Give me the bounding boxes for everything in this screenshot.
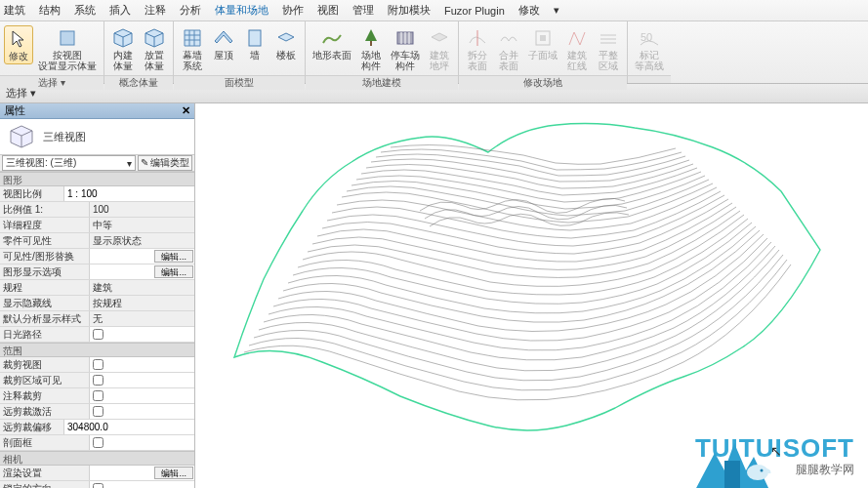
- checkbox[interactable]: [93, 406, 103, 417]
- modify-button[interactable]: 修改: [4, 25, 33, 64]
- property-key: 远剪裁激活: [0, 404, 90, 419]
- floor-button[interactable]: 楼板: [271, 25, 301, 62]
- subregion-button[interactable]: 子面域: [525, 25, 560, 62]
- merge-surface-button[interactable]: 合并表面: [494, 25, 523, 73]
- ribbon-group-face-model: 幕墙系统 屋顶 墙 楼板 面模型: [174, 21, 306, 83]
- property-value: 建筑: [90, 280, 194, 295]
- property-checkbox-cell[interactable]: [90, 481, 194, 488]
- property-row: 显示隐藏线按规程: [0, 296, 194, 311]
- checkbox[interactable]: [93, 329, 103, 340]
- menu-item-active[interactable]: 体量和场地: [215, 3, 269, 18]
- menu-item[interactable]: 修改: [518, 3, 540, 18]
- menu-item[interactable]: 附加模块: [388, 3, 431, 18]
- property-row: 图形显示选项编辑...: [0, 264, 194, 280]
- edit-button[interactable]: 编辑...: [154, 250, 193, 263]
- ribbon-group-label: 概念体量: [104, 75, 173, 90]
- place-mass-button[interactable]: 放置体量: [140, 25, 169, 73]
- property-line-button[interactable]: 建筑红线: [562, 25, 592, 73]
- floor-icon: [275, 27, 297, 49]
- menu-item[interactable]: 协作: [282, 3, 304, 18]
- building-pad-button[interactable]: 建筑地坪: [425, 25, 454, 73]
- edit-type-button[interactable]: ✎ 编辑类型: [138, 155, 192, 171]
- menu-item[interactable]: 结构: [39, 3, 61, 18]
- redline-icon: [566, 27, 588, 49]
- property-key: 渲染设置: [0, 466, 90, 480]
- inplace-mass-button[interactable]: 内建体量: [108, 25, 138, 73]
- menu-item[interactable]: 插入: [109, 3, 131, 18]
- property-key: 视图比例: [0, 186, 64, 201]
- checkbox[interactable]: [93, 437, 103, 448]
- category-header: 范围: [0, 343, 194, 357]
- property-checkbox-cell[interactable]: [90, 435, 194, 450]
- property-key: 裁剪区域可见: [0, 373, 90, 387]
- parking-button[interactable]: 停车场构件: [388, 25, 423, 73]
- properties-header: 属性 ✕: [0, 103, 194, 119]
- edit-button[interactable]: 编辑...: [154, 265, 193, 278]
- cube-icon: [112, 27, 134, 49]
- ribbon-group-select: 修改 按视图设置显示体量 选择 ▾: [0, 21, 104, 83]
- menu-item[interactable]: 系统: [74, 3, 96, 18]
- toposurface-button[interactable]: 地形表面: [310, 25, 354, 62]
- ribbon: 修改 按视图设置显示体量 选择 ▾ 内建体量 放置体量 概念体量: [0, 21, 868, 84]
- property-checkbox-cell[interactable]: [90, 404, 194, 419]
- menu-item[interactable]: 视图: [317, 3, 339, 18]
- curtain-system-button[interactable]: 幕墙系统: [178, 25, 207, 73]
- menu-item[interactable]: 注释: [145, 3, 166, 18]
- wall-button[interactable]: 墙: [240, 25, 269, 62]
- label-contours-button[interactable]: 50标记等高线: [632, 25, 667, 73]
- roof-button[interactable]: 屋顶: [209, 25, 238, 62]
- option-select-label[interactable]: 选择 ▾: [6, 86, 36, 101]
- property-row: 零件可见性显示原状态: [0, 233, 194, 249]
- type-selector-box[interactable]: 三维视图: [0, 119, 194, 155]
- checkbox[interactable]: [93, 390, 103, 401]
- category-header: 相机: [0, 451, 194, 466]
- property-input[interactable]: [64, 420, 194, 434]
- property-key: 规程: [0, 280, 90, 295]
- property-row: 比例值 1:100: [0, 202, 194, 218]
- checkbox[interactable]: [93, 359, 103, 370]
- svg-rect-0: [61, 31, 74, 45]
- instance-selector[interactable]: 三维视图: (三维) ▾: [2, 155, 136, 171]
- label-icon: 50: [639, 27, 660, 49]
- category-header: 图形: [0, 172, 194, 186]
- close-icon[interactable]: ✕: [182, 104, 190, 117]
- property-row: 裁剪视图: [0, 357, 194, 373]
- property-checkbox-cell[interactable]: [90, 327, 194, 342]
- property-input[interactable]: [64, 186, 194, 201]
- menu-item[interactable]: Fuzor Plugin: [444, 5, 505, 17]
- property-key: 锁定的方向: [0, 481, 90, 488]
- property-checkbox-cell[interactable]: [90, 388, 194, 403]
- mass-display-button[interactable]: 按视图设置显示体量: [35, 25, 100, 73]
- split-surface-button[interactable]: 拆分表面: [463, 25, 492, 73]
- svg-rect-2: [370, 41, 372, 46]
- type-name: 三维视图: [43, 130, 86, 144]
- menu-item[interactable]: 建筑: [4, 3, 25, 18]
- property-value: 中等: [90, 218, 194, 232]
- property-checkbox-cell[interactable]: [90, 357, 194, 372]
- edit-button[interactable]: 编辑...: [154, 467, 193, 479]
- properties-panel: 属性 ✕ 三维视图 三维视图: (三维) ▾ ✎ 编辑类型 图形 视图比例比例值…: [0, 103, 195, 488]
- ribbon-group-modify-site: 拆分表面 合并表面 子面域 建筑红线 平整区域 修改场地: [459, 21, 628, 83]
- property-row: 远剪裁激活: [0, 404, 194, 420]
- site-component-button[interactable]: 场地构件: [356, 25, 386, 73]
- menu-item[interactable]: 分析: [180, 3, 201, 18]
- property-key: 可见性/图形替换: [0, 249, 90, 264]
- grade-icon: [598, 27, 619, 49]
- checkbox[interactable]: [93, 483, 103, 488]
- cursor-icon: ↖: [770, 443, 782, 459]
- menu-item[interactable]: 管理: [352, 3, 374, 18]
- property-row: 详细程度中等: [0, 218, 194, 233]
- workspace: 属性 ✕ 三维视图 三维视图: (三维) ▾ ✎ 编辑类型 图形 视图比例比例值…: [0, 103, 868, 488]
- svg-rect-5: [540, 35, 546, 41]
- menu-bar: 建筑 结构 系统 插入 注释 分析 体量和场地 协作 视图 管理 附加模块 Fu…: [0, 0, 868, 21]
- property-checkbox-cell[interactable]: [90, 373, 194, 387]
- ribbon-group-label: 面模型: [174, 75, 305, 90]
- property-value: 按规程: [90, 296, 194, 310]
- viewport-3d[interactable]: TUITUISOFT 腿腿教学网 ↖: [195, 103, 868, 488]
- svg-point-8: [747, 465, 768, 480]
- graded-region-button[interactable]: 平整区域: [594, 25, 623, 73]
- logo-icon: [695, 433, 779, 488]
- property-row: 锁定的方向: [0, 481, 194, 488]
- checkbox[interactable]: [93, 375, 103, 386]
- menu-tail-icon[interactable]: ▾: [554, 4, 559, 17]
